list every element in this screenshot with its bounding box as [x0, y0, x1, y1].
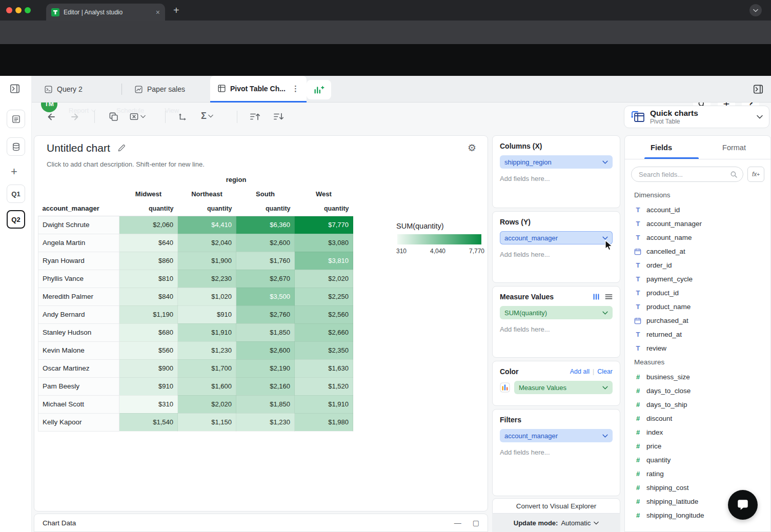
rail-collapse-button[interactable] — [9, 83, 21, 94]
field-item[interactable]: Taccount_id — [634, 203, 761, 217]
pivot-cell[interactable]: $860 — [119, 252, 178, 270]
pivot-cell[interactable]: $640 — [119, 234, 178, 252]
field-item[interactable]: #days_to_close — [634, 384, 761, 398]
pivot-cell[interactable]: $900 — [119, 359, 178, 377]
pivot-cell[interactable]: $1,630 — [295, 359, 353, 377]
pivot-cell[interactable]: $2,160 — [236, 377, 295, 395]
pivot-cell[interactable]: $810 — [119, 270, 178, 288]
pivot-cell[interactable]: $2,250 — [295, 288, 353, 305]
tab-fields[interactable]: Fields — [625, 144, 698, 152]
filters-drop-placeholder[interactable]: Add fields here... — [500, 448, 613, 456]
pivot-cell[interactable]: $1,020 — [178, 288, 236, 305]
rail-q1-button[interactable]: Q1 — [7, 185, 25, 203]
pivot-cell[interactable]: $4,410 — [178, 216, 236, 234]
rows-drop-placeholder[interactable]: Add fields here... — [500, 251, 613, 258]
pivot-cell[interactable]: $1,190 — [119, 305, 178, 323]
chart-description-placeholder[interactable]: Click to add chart description. Shift-en… — [47, 160, 205, 168]
measure-field-pill[interactable]: SUM(quantity) — [500, 306, 613, 319]
rows-field-pill[interactable]: account_manager — [500, 231, 613, 244]
rail-add-button[interactable]: + — [11, 166, 17, 177]
search-fields-box[interactable] — [631, 167, 743, 182]
pivot-cell[interactable]: $840 — [119, 288, 178, 305]
search-fields-input[interactable] — [638, 170, 730, 179]
field-item[interactable]: Tproduct_id — [634, 286, 761, 300]
field-item[interactable]: #business_size — [634, 370, 761, 384]
rail-notebook-button[interactable] — [7, 110, 25, 128]
traffic-minimize-button[interactable] — [15, 7, 22, 13]
pivot-transpose-button[interactable] — [177, 112, 188, 122]
field-item[interactable]: #days_to_ship — [634, 398, 761, 412]
new-tab-button[interactable]: + — [173, 4, 179, 16]
color-by-dropdown[interactable]: Measure Values — [514, 381, 613, 394]
field-item[interactable]: cancelled_at — [634, 244, 761, 258]
chart-title[interactable]: Untitled chart — [47, 142, 110, 154]
add-formula-button[interactable]: fx+ — [747, 167, 764, 182]
new-visualization-button[interactable] — [307, 80, 331, 99]
menu-view[interactable]: View — [165, 107, 179, 114]
pivot-cell[interactable]: $3,080 — [295, 234, 353, 252]
duplicate-chart-button[interactable] — [109, 112, 118, 121]
pivot-cell[interactable]: $2,600 — [236, 234, 295, 252]
pivot-cell[interactable]: $3,500 — [236, 288, 295, 305]
field-item[interactable]: #price — [634, 439, 761, 453]
pivot-cell[interactable]: $2,020 — [295, 270, 353, 288]
pivot-cell[interactable]: $1,900 — [178, 252, 236, 270]
tab-query-2[interactable]: Query 2 — [37, 76, 90, 103]
field-item[interactable]: Taccount_name — [634, 231, 761, 244]
list-layout-icon[interactable] — [605, 294, 613, 300]
pivot-cell[interactable]: $2,560 — [295, 305, 353, 323]
pivot-cell[interactable]: $2,060 — [119, 216, 178, 234]
field-item[interactable]: #index — [634, 425, 761, 439]
pivot-cell[interactable]: $3,810 — [295, 252, 353, 270]
pivot-cell[interactable]: $1,520 — [295, 377, 353, 395]
pivot-cell[interactable]: $1,230 — [236, 413, 295, 431]
color-add-all-link[interactable]: Add all — [570, 368, 590, 375]
sort-descending-button[interactable] — [273, 112, 284, 121]
pivot-cell[interactable]: $2,230 — [178, 270, 236, 288]
field-item[interactable]: Treturned_at — [634, 328, 761, 341]
pivot-cell[interactable]: $560 — [119, 341, 178, 359]
pivot-cell[interactable]: $910 — [119, 377, 178, 395]
field-item[interactable]: Tpayment_cycle — [634, 272, 761, 286]
pivot-cell[interactable]: $310 — [119, 395, 178, 413]
pivot-cell[interactable]: $2,190 — [236, 359, 295, 377]
pivot-cell[interactable]: $1,910 — [295, 395, 353, 413]
convert-to-visual-explorer-button[interactable]: Convert to Visual Explorer — [492, 498, 620, 514]
pivot-cell[interactable]: $2,660 — [295, 323, 353, 341]
remove-card-button[interactable] — [129, 112, 146, 121]
field-item[interactable]: #quantity — [634, 453, 761, 467]
redo-button[interactable] — [70, 112, 80, 122]
pivot-cell[interactable]: $2,600 — [236, 341, 295, 359]
pivot-cell[interactable]: $2,350 — [295, 341, 353, 359]
tab-search-button[interactable] — [749, 4, 762, 16]
field-item[interactable]: Tproduct_name — [634, 300, 761, 314]
sort-ascending-button[interactable] — [249, 112, 260, 121]
rail-data-button[interactable] — [7, 137, 25, 156]
pivot-cell[interactable]: $1,760 — [236, 252, 295, 270]
chart-settings-gear-icon[interactable]: ⚙ — [468, 142, 476, 154]
tab-pivot-table-chart[interactable]: Pivot Table Ch... ⋮ — [210, 76, 307, 103]
columns-field-pill[interactable]: shipping_region — [500, 155, 613, 169]
pivot-cell[interactable]: $6,360 — [236, 216, 295, 234]
pivot-cell[interactable]: $1,980 — [295, 413, 353, 431]
pivot-cell[interactable]: $1,850 — [236, 395, 295, 413]
field-item[interactable]: #discount — [634, 412, 761, 425]
pivot-cell[interactable]: $1,600 — [178, 377, 236, 395]
traffic-close-button[interactable] — [6, 7, 12, 13]
pivot-cell[interactable]: $1,910 — [178, 323, 236, 341]
rail-q2-button[interactable]: Q2 — [7, 210, 25, 229]
pivot-cell[interactable]: $1,150 — [178, 413, 236, 431]
minimize-icon[interactable]: — — [454, 519, 461, 527]
tab-paper-sales[interactable]: Paper sales — [127, 76, 192, 103]
right-panel-toggle-button[interactable] — [753, 84, 764, 95]
pivot-cell[interactable]: $2,040 — [178, 234, 236, 252]
pivot-cell[interactable]: $2,670 — [236, 270, 295, 288]
pivot-cell[interactable]: $1,850 — [236, 323, 295, 341]
pivot-cell[interactable]: $910 — [178, 305, 236, 323]
chart-data-drawer[interactable]: Chart Data — ▢ — [34, 514, 488, 532]
pivot-cell[interactable]: $7,770 — [295, 216, 353, 234]
filter-field-pill[interactable]: account_manager — [500, 429, 613, 442]
tab-close-icon[interactable]: × — [156, 9, 160, 16]
field-item[interactable]: Torder_id — [634, 258, 761, 272]
undo-button[interactable] — [46, 112, 56, 122]
